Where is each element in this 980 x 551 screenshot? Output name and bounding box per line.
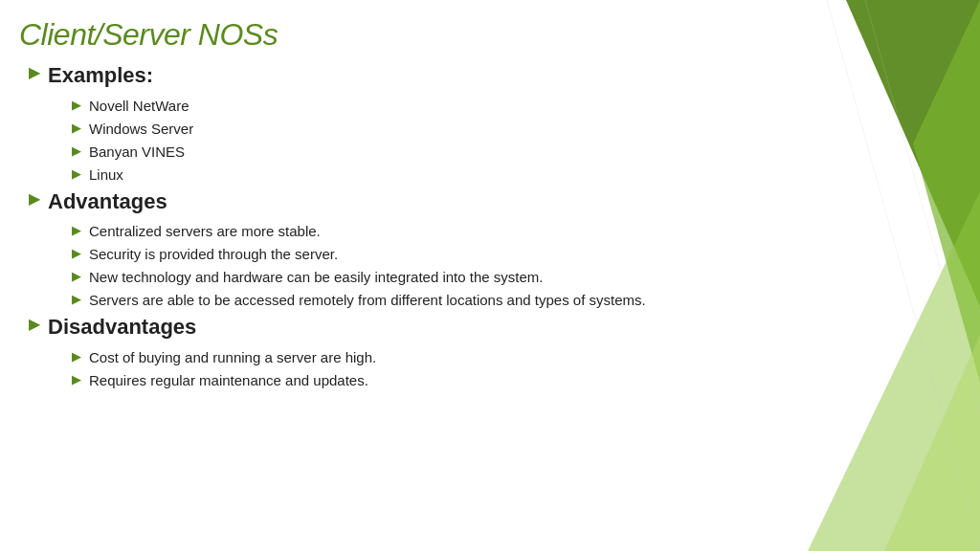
advantage-item-1: Centralized servers are more stable.	[89, 221, 321, 241]
examples-list: ▶ Novell NetWare ▶ Windows Server ▶ Bany…	[72, 96, 756, 185]
example-item-3: Banyan VINES	[89, 142, 185, 162]
list-item: ▶ Windows Server	[72, 119, 756, 139]
list-item: ▶ Servers are able to be accessed remote…	[72, 290, 756, 310]
level2-arrow: ▶	[72, 223, 81, 237]
level2-arrow: ▶	[72, 269, 81, 283]
level2-arrow: ▶	[72, 349, 81, 364]
list-item: ▶ Requires regular maintenance and updat…	[72, 370, 756, 390]
section-advantages: ▶ Advantages ▶ Centralized servers are m…	[19, 188, 756, 311]
advantage-item-2: Security is provided through the server.	[89, 244, 338, 264]
level2-arrow: ▶	[72, 246, 81, 260]
disadvantages-list: ▶ Cost of buying and running a server ar…	[72, 347, 756, 390]
level1-item-advantages: ▶ Advantages	[29, 188, 756, 216]
list-item: ▶ Banyan VINES	[72, 142, 756, 162]
section-examples: ▶ Examples: ▶ Novell NetWare ▶ Windows S…	[19, 62, 756, 185]
advantages-list: ▶ Centralized servers are more stable. ▶…	[72, 221, 756, 310]
list-item: ▶ Security is provided through the serve…	[72, 244, 756, 264]
section-disadvantages: ▶ Disadvantages ▶ Cost of buying and run…	[19, 314, 756, 390]
level2-arrow: ▶	[72, 292, 81, 306]
level2-arrow: ▶	[72, 143, 81, 158]
level1-arrow-advantages: ▶	[29, 189, 40, 208]
level1-text-disadvantages: Disadvantages	[48, 314, 196, 342]
svg-line-4	[827, 0, 980, 551]
example-item-4: Linux	[89, 165, 123, 185]
list-item: ▶ Centralized servers are more stable.	[72, 221, 756, 241]
advantage-item-4: Servers are able to be accessed remotely…	[89, 290, 646, 310]
svg-marker-3	[884, 335, 980, 551]
example-item-2: Windows Server	[89, 119, 193, 139]
list-item: ▶ Linux	[72, 165, 756, 185]
content-area: Client/Server NOSs ▶ Examples: ▶ Novell …	[0, 0, 785, 411]
svg-marker-2	[808, 191, 980, 551]
list-item: ▶ New technology and hardware can be eas…	[72, 267, 756, 287]
disadvantage-item-2: Requires regular maintenance and updates…	[89, 370, 368, 390]
level2-arrow: ▶	[72, 372, 81, 386]
list-item: ▶ Cost of buying and running a server ar…	[72, 347, 756, 367]
advantage-item-3: New technology and hardware can be easil…	[89, 267, 543, 287]
level1-arrow-disadvantages: ▶	[29, 315, 40, 333]
level1-item-disadvantages: ▶ Disadvantages	[29, 314, 756, 342]
svg-line-5	[865, 0, 980, 411]
example-item-1: Novell NetWare	[89, 96, 189, 116]
level1-text-examples: Examples:	[48, 62, 153, 90]
slide-title: Client/Server NOSs	[19, 17, 756, 53]
level1-arrow-examples: ▶	[29, 63, 40, 81]
level1-item-examples: ▶ Examples:	[29, 62, 756, 90]
svg-marker-1	[913, 0, 980, 383]
decorative-shapes	[769, 0, 980, 551]
disadvantage-item-1: Cost of buying and running a server are …	[89, 347, 376, 367]
level2-arrow: ▶	[72, 121, 81, 135]
level1-text-advantages: Advantages	[48, 188, 167, 216]
svg-marker-0	[846, 0, 980, 306]
list-item: ▶ Novell NetWare	[72, 96, 756, 116]
slide: Client/Server NOSs ▶ Examples: ▶ Novell …	[0, 0, 980, 551]
level2-arrow: ▶	[72, 166, 81, 181]
level2-arrow: ▶	[72, 98, 81, 112]
